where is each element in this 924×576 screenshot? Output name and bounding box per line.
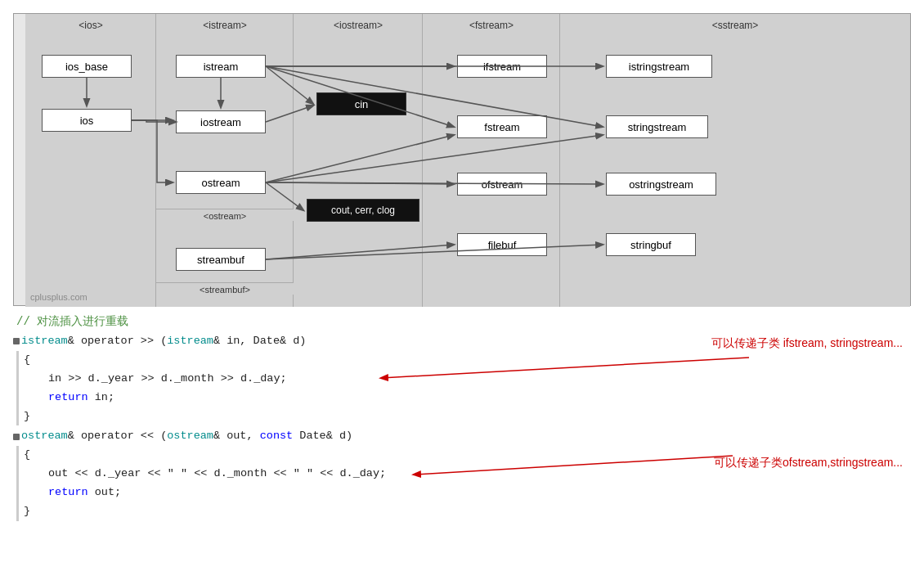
func1-line1: in >> d._year >> d._month >> d._day; [24,370,911,389]
func2-line2: return out; [24,484,911,502]
func1-signature: istream& operator >> (istream& in, Date&… [21,332,306,351]
node-ostream: ostream [176,171,266,194]
node-ostringstream: ostringstream [606,173,716,196]
func2-signature-line: ostream& operator << (ostream& out, cons… [13,427,911,446]
code-section: 可以传递子类 ifstream, stringstream... // 对流插入… [13,313,911,521]
node-fstream: fstream [457,115,547,138]
col-istream-header: <istream> [156,20,294,31]
func1-marker [13,338,20,344]
col-ostream-sublabel: <ostream> [156,209,294,221]
node-ios: ios [42,109,132,132]
col-sstream-header: <sstream> [560,20,910,31]
node-cin: cin [316,92,406,115]
annotation1-text: 可以传递子类 ifstream, stringstream... [711,336,903,349]
annotation2-container: 可以传递子类ofstream,stringstream... [714,453,903,474]
func1-close-brace: } [24,407,911,426]
code-comment1: // 对流插入进行重载 [13,313,911,332]
node-stringbuf: stringbuf [606,233,696,256]
node-ofstream: ofstream [457,173,547,196]
col-fstream-header: <fstream> [423,20,560,31]
col-streambuf-sublabel: <streambuf> [156,282,294,295]
diagram-section: <ios> <istream> <iostream> <fstream> <ss… [13,13,911,306]
func1-line2: return in; [24,389,911,407]
func2-marker [13,434,20,440]
node-cout-cerr-clog: cout, cerr, clog [307,199,419,222]
node-streambuf: streambuf [176,248,266,271]
main-container: <ios> <istream> <iostream> <fstream> <ss… [0,13,924,529]
cplusplus-credit: cplusplus.com [30,292,87,302]
node-istringstream: istringstream [606,55,712,78]
func2-signature: ostream& operator << (ostream& out, cons… [21,427,352,446]
node-filebuf: filebuf [457,233,547,256]
annotation2-text: 可以传递子类ofstream,stringstream... [714,456,903,469]
annotation1-container: 可以传递子类 ifstream, stringstream... [711,334,903,354]
col-iostream-header: <iostream> [294,20,423,31]
node-ios-base: ios_base [42,55,132,78]
col-iostream-bg [294,14,423,307]
node-iostream: iostream [176,110,266,133]
func1-body: { in >> d._year >> d._month >> d._day; r… [16,351,911,426]
node-stringstream: stringstream [606,115,708,138]
node-ifstream: ifstream [457,55,547,78]
node-istream: istream [176,55,266,78]
col-ios-header: <ios> [25,20,156,31]
func2-close-brace: } [24,502,911,521]
